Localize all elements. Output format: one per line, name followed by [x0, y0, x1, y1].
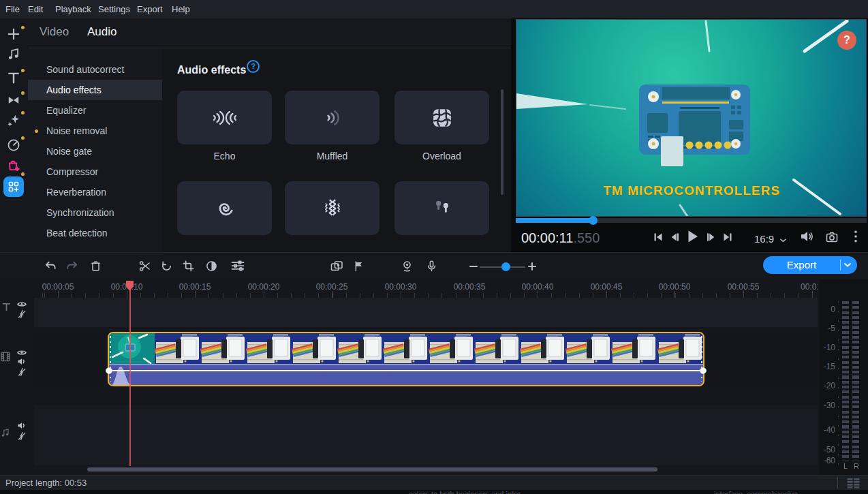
skip-to-start-button[interactable]	[653, 232, 663, 242]
redo-icon[interactable]	[66, 260, 78, 271]
sidebar-item-compressor[interactable]: Compressor	[28, 161, 162, 182]
more-options-icon[interactable]	[854, 230, 857, 243]
timeline-zoom-handle[interactable]	[501, 262, 510, 271]
sidebar-item-beat-detection[interactable]: Beat detection	[28, 223, 162, 243]
meter-tick-dots	[838, 301, 839, 468]
title-track[interactable]	[34, 298, 818, 327]
zoom-out-icon[interactable]	[469, 265, 478, 268]
content-scrollbar[interactable]	[501, 89, 503, 195]
play-button[interactable]	[687, 230, 699, 243]
clip-volume-line[interactable]	[109, 370, 703, 371]
skip-to-end-button[interactable]	[723, 232, 732, 242]
video-track-link-off-icon[interactable]	[17, 367, 27, 377]
split-icon[interactable]	[139, 260, 151, 272]
sidebar-item-noise-gate[interactable]: Noise gate	[28, 141, 162, 161]
video-track-visibility-icon[interactable]	[17, 349, 27, 356]
title-track-link-off-icon[interactable]	[17, 309, 27, 319]
zoom-in-icon[interactable]	[528, 262, 536, 271]
db-label: -60	[824, 456, 835, 465]
timeline-toolbar: Export	[0, 252, 868, 279]
audio-track-mute-icon[interactable]	[17, 422, 27, 429]
menu-settings[interactable]: Settings	[98, 0, 130, 18]
filters-icon[interactable]	[231, 260, 245, 271]
clip-trim-handle-right[interactable]	[701, 336, 702, 382]
timeline-clip[interactable]	[108, 332, 704, 386]
audio-tool-icon[interactable]	[7, 47, 20, 61]
titles-icon[interactable]	[7, 71, 20, 84]
sidebar-item-sound-autocorrect[interactable]: Sound autocorrect	[28, 59, 162, 80]
clip-body	[109, 333, 703, 385]
sidebar-item-synchronization[interactable]: Synchronization	[28, 202, 162, 223]
effect-tile-spiral[interactable]	[177, 181, 272, 235]
timeline-area: 00:00:05 00:00:10 00:00:15 00:00:20 00:0…	[0, 279, 868, 475]
previous-frame-button[interactable]	[670, 232, 679, 242]
effect-tile-echo[interactable]	[177, 91, 272, 144]
effect-tile-overload[interactable]	[394, 91, 489, 144]
title-track-visibility-icon[interactable]	[17, 300, 27, 308]
add-media-icon[interactable]	[7, 27, 20, 41]
video-preview[interactable]: TM MICROCONTROLLERS ?	[516, 19, 867, 217]
undo-icon[interactable]	[44, 260, 57, 271]
effect-tile-vibrato[interactable]	[285, 181, 379, 235]
transitions-icon[interactable]	[7, 93, 20, 107]
marker-icon[interactable]	[354, 260, 363, 272]
crop-icon[interactable]	[183, 260, 194, 272]
seek-handle[interactable]	[589, 216, 598, 225]
background-text-left: caters to both beginners and inter	[409, 490, 521, 494]
clip-trim-handle-left[interactable]	[110, 336, 111, 382]
menu-playback[interactable]: Playback	[55, 0, 91, 18]
delete-icon[interactable]	[91, 260, 101, 272]
video-title-text: TM MICROCONTROLLERS	[516, 183, 867, 198]
sidebar-item-equalizer[interactable]: Equalizer	[28, 100, 162, 121]
tab-video[interactable]: Video	[40, 25, 69, 39]
preview-help-button[interactable]: ?	[837, 31, 856, 50]
ruler-label: 00:00:25	[316, 282, 348, 292]
sidebar-label: Audio effects	[46, 84, 102, 95]
meter-channel-left-label: L	[843, 462, 848, 470]
menu-help[interactable]: Help	[172, 0, 190, 18]
more-tools-button[interactable]	[3, 176, 24, 197]
tab-audio[interactable]: Audio	[87, 25, 117, 39]
project-length-label: Project length: 00:53	[5, 478, 87, 488]
clip-properties-icon[interactable]	[330, 260, 343, 272]
sidebar-item-noise-removal[interactable]: Noise removal	[28, 121, 162, 141]
timecode-display: 00:00:11.550	[521, 230, 600, 246]
webcam-icon[interactable]	[401, 260, 413, 272]
next-frame-button[interactable]	[707, 232, 716, 242]
menu-export[interactable]: Export	[137, 0, 163, 18]
meter-toggle-icon[interactable]	[846, 478, 861, 489]
sidebar-item-reverberation[interactable]: Reverberation	[28, 182, 162, 202]
export-divider	[840, 260, 841, 271]
help-icon[interactable]: ?	[247, 60, 260, 73]
menu-edit[interactable]: Edit	[28, 0, 43, 18]
snapshot-icon[interactable]	[826, 232, 838, 243]
sidebar-item-audio-effects[interactable]: Audio effects	[28, 80, 162, 100]
background-text-right: interface, comprehensive	[714, 490, 798, 494]
clip-volume-handle-left[interactable]	[106, 367, 112, 374]
video-track-mute-icon[interactable]	[17, 358, 27, 365]
effect-tile-muffled[interactable]	[285, 91, 379, 144]
seek-bar[interactable]	[516, 218, 867, 223]
volume-icon[interactable]	[800, 231, 813, 242]
microcontroller-board	[639, 84, 750, 166]
ruler-minor-ticks	[34, 293, 818, 298]
effects-icon[interactable]	[7, 114, 20, 127]
record-audio-icon[interactable]	[426, 260, 437, 272]
add-media-badge	[21, 26, 25, 29]
export-dropdown-icon[interactable]	[844, 263, 851, 267]
sidebar-label: Compressor	[46, 166, 98, 177]
clip-volume-handle-right[interactable]	[700, 367, 707, 374]
video-track-icon	[1, 352, 10, 362]
rotate-icon[interactable]	[161, 260, 172, 272]
audio-track-link-off-icon[interactable]	[17, 431, 27, 441]
aspect-ratio-select[interactable]: 16:9	[754, 233, 786, 245]
timeline-horizontal-scrollbar[interactable]	[87, 467, 657, 472]
color-adjustments-icon[interactable]	[206, 260, 217, 272]
effect-tile-earbuds[interactable]	[394, 181, 489, 235]
store-icon[interactable]	[7, 159, 20, 172]
seek-progress	[516, 218, 593, 223]
speed-icon[interactable]	[7, 138, 20, 152]
audio-track[interactable]	[34, 405, 818, 465]
export-button[interactable]: Export	[763, 256, 857, 274]
menu-file[interactable]: File	[5, 0, 20, 18]
